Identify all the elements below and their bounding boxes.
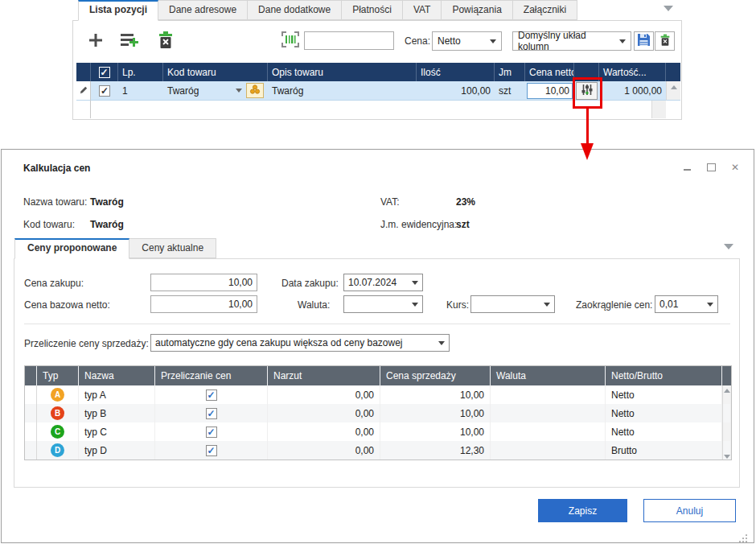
przeliczanie-checkbox[interactable] (206, 408, 217, 419)
narzut-cell[interactable]: 0,00 (268, 441, 380, 460)
kurs-label: Kurs: (446, 299, 469, 311)
nb-cell[interactable]: Brutto (606, 441, 722, 460)
tab-dane-dodatkowe[interactable]: Dane dodatkowe (248, 0, 342, 20)
cell-jm[interactable]: szt (495, 81, 525, 101)
cena-zakupu-input[interactable]: 10,00 (150, 274, 257, 291)
waluta-cell[interactable] (491, 404, 606, 422)
cena-cell[interactable]: 12,30 (380, 441, 491, 460)
waluta-label: Waluta: (298, 299, 330, 311)
maximize-icon[interactable] (705, 163, 717, 172)
table-scrollbar-track[interactable] (722, 422, 731, 441)
col-cena-netto[interactable]: Cena netto (525, 63, 574, 81)
item-search-input[interactable] (304, 31, 394, 50)
grid-scrollbar[interactable] (666, 81, 680, 101)
minimize-icon[interactable] (681, 163, 692, 172)
cena-netto-input[interactable]: 10,00 (527, 83, 573, 99)
close-icon[interactable]: ✕ (729, 163, 741, 172)
price-row-a[interactable]: A typ A 0,00 10,00 Netto (25, 385, 731, 404)
goods-lookup-button[interactable] (246, 83, 264, 98)
delete-item-button[interactable] (156, 31, 175, 52)
price-row-d[interactable]: D typ D 0,00 12,30 Brutto (25, 441, 731, 460)
select-all-header[interactable] (91, 63, 118, 81)
scroll-up-icon[interactable] (724, 389, 730, 393)
waluta-cell[interactable] (491, 422, 606, 441)
col-lp[interactable]: Lp. (118, 63, 163, 81)
zaokraglenie-value: 0,01 (659, 299, 678, 310)
cena-cell[interactable]: 10,00 (380, 404, 491, 422)
row-select-cell[interactable] (91, 81, 118, 101)
column-layout-select[interactable]: Domyślny układ kolumn (512, 31, 631, 51)
tab-platnosci[interactable]: Płatności (342, 0, 403, 20)
row-checkbox[interactable] (99, 85, 110, 97)
przeliczenie-select[interactable]: automatyczne gdy cena zakupu większa od … (150, 334, 450, 352)
nazwa-cell: typ A (79, 385, 155, 404)
table-scrollbar-track[interactable] (722, 404, 731, 422)
scroll-up-icon[interactable] (671, 85, 677, 89)
cell-kod-towaru[interactable]: Twaróg (163, 81, 268, 101)
przeliczanie-checkbox[interactable] (206, 389, 217, 401)
col-narzut[interactable]: Narzut (268, 366, 380, 385)
save-button[interactable]: Zapisz (538, 499, 627, 522)
waluta-cell[interactable] (491, 385, 606, 404)
select-all-checkbox[interactable] (99, 67, 110, 78)
col-nazwa[interactable]: Nazwa (79, 366, 155, 385)
data-zakupu-select[interactable]: 10.07.2024 (343, 274, 423, 291)
col-opis-towaru[interactable]: Opis towaru (268, 63, 417, 81)
collapse-chevron-icon[interactable] (664, 6, 673, 11)
cancel-button[interactable]: Anuluj (643, 499, 736, 522)
przeliczanie-checkbox[interactable] (206, 445, 217, 456)
kurs-select[interactable] (470, 295, 555, 313)
cena-bazowa-input[interactable]: 10,00 (150, 295, 257, 313)
nazwa-towaru-label: Nazwa towaru: (23, 196, 87, 208)
col-przeliczanie[interactable]: Przeliczanie cen (155, 366, 268, 385)
col-typ[interactable]: Typ (37, 366, 79, 385)
tab-lista-pozycji[interactable]: Lista pozycji (78, 0, 158, 21)
collapse-chevron-icon[interactable] (724, 244, 733, 249)
tab-ceny-aktualne[interactable]: Ceny aktualne (129, 238, 216, 258)
waluta-cell[interactable] (491, 441, 606, 460)
tab-powiazania[interactable]: Powiązania (442, 0, 512, 20)
cena-cell[interactable]: 10,00 (380, 422, 491, 441)
add-item-button[interactable] (86, 31, 105, 52)
save-layout-button[interactable] (634, 31, 654, 51)
tab-dane-adresowe[interactable]: Dane adresowe (158, 0, 248, 20)
price-mode-select[interactable]: Netto (432, 31, 502, 51)
waluta-select[interactable] (343, 295, 423, 313)
price-row-c[interactable]: C typ C 0,00 10,00 Netto (25, 422, 731, 441)
add-list-button[interactable] (119, 31, 140, 52)
col-waluta[interactable]: Waluta (491, 366, 606, 385)
annotation-arrow-line (586, 109, 589, 145)
nb-cell[interactable]: Netto (606, 422, 722, 441)
narzut-cell[interactable]: 0,00 (268, 385, 380, 404)
cell-ilosc[interactable]: 100,00 (417, 81, 495, 101)
price-row-b[interactable]: B typ B 0,00 10,00 Netto (25, 404, 731, 422)
narzut-cell[interactable]: 0,00 (268, 422, 380, 441)
nb-cell[interactable]: Netto (606, 385, 722, 404)
typ-cell: D (37, 441, 79, 460)
table-scrollbar[interactable] (722, 385, 731, 404)
items-toolbar: Cena: Netto Domyślny układ kolumn (73, 21, 681, 63)
cell-opis-towaru[interactable]: Twaróg (268, 81, 417, 101)
col-wartosc[interactable]: Wartość... (599, 63, 666, 81)
tab-ceny-proponowane[interactable]: Ceny proponowane (14, 238, 129, 259)
chevron-down-icon (438, 341, 445, 345)
tab-zalaczniki[interactable]: Załączniki (513, 0, 577, 20)
barcode-scan-button[interactable] (281, 31, 300, 51)
col-jm[interactable]: Jm (495, 63, 525, 81)
col-kod-towaru[interactable]: Kod towaru (163, 63, 268, 81)
table-scrollbar[interactable] (722, 441, 731, 460)
narzut-cell[interactable]: 0,00 (268, 404, 380, 422)
nb-cell[interactable]: Netto (606, 404, 722, 422)
resize-grip[interactable] (746, 534, 747, 536)
tab-vat[interactable]: VAT (403, 0, 442, 20)
chevron-down-icon[interactable] (236, 89, 242, 93)
col-ilosc[interactable]: Ilość (417, 63, 495, 81)
delete-layout-button[interactable] (655, 31, 675, 51)
cena-cell[interactable]: 10,00 (380, 385, 491, 404)
col-cena-sprzedazy[interactable]: Cena sprzedaży (380, 366, 491, 385)
przeliczanie-checkbox[interactable] (206, 427, 217, 438)
col-netto-brutto[interactable]: Netto/Brutto (606, 366, 722, 385)
zaokraglenie-select[interactable]: 0,01 (655, 295, 718, 313)
scroll-down-icon[interactable] (724, 455, 730, 459)
chevron-down-icon (544, 303, 550, 307)
